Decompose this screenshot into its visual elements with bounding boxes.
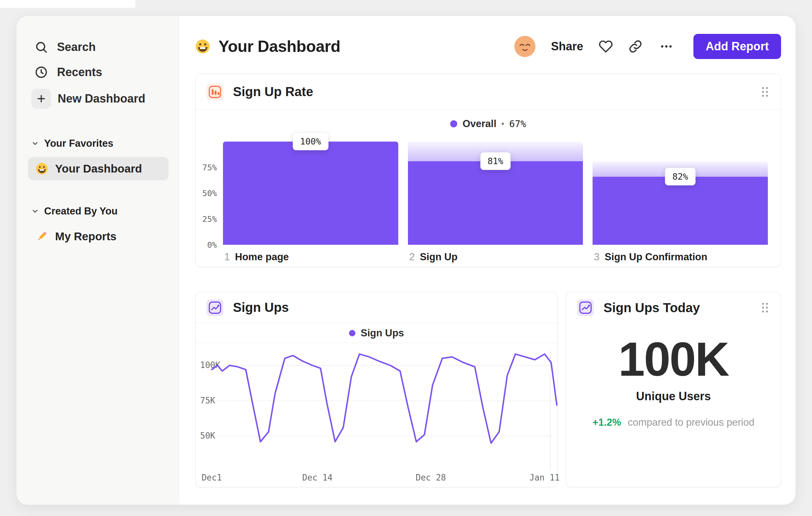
grinning-emoji-icon (36, 163, 48, 175)
share-button[interactable]: Share (551, 40, 583, 53)
bar-value-label: 81% (480, 152, 511, 170)
x-axis-label: Dec1 (202, 473, 222, 483)
sidebar: Search Recents New Dashboard Your Favori… (17, 16, 179, 505)
funnel-chart: 75% 50% 25% 0% 100% 81% (196, 138, 781, 267)
x-axis-label: Dec 14 (302, 473, 332, 483)
bar-fill (592, 177, 768, 245)
drag-handle[interactable] (760, 85, 770, 99)
y-axis-label: 50% (196, 189, 217, 198)
sign-ups-card-title: Sign Ups (233, 300, 289, 315)
chevron-down-icon (31, 207, 39, 215)
sidebar-item-my-reports[interactable]: My Reports (28, 225, 169, 248)
favorites-section-header[interactable]: Your Favorites (28, 135, 169, 152)
x-axis-label: Dec 28 (416, 473, 446, 483)
favorite-heart-button[interactable] (599, 39, 613, 54)
add-report-button[interactable]: Add Report (693, 34, 781, 59)
y-axis-label: 25% (196, 214, 217, 224)
metric-value: 100K (566, 335, 781, 383)
legend-dot (450, 120, 457, 127)
legend-dot (349, 330, 355, 336)
bar-step-label: 1 Home page (223, 251, 398, 263)
line-series-plot (196, 343, 557, 487)
sign-ups-line-series (212, 354, 557, 443)
search-icon (34, 40, 48, 54)
avatar-face-icon (514, 36, 535, 57)
funnel-bar-home-page[interactable]: 100% (223, 138, 398, 245)
funnel-chart-icon (207, 84, 223, 100)
sign-ups-today-card: Sign Ups Today 100K Unique Users +1.2% c… (566, 292, 781, 487)
funnel-step-labels: 1 Home page 2 Sign Up 3 Sign Up Confirma… (223, 251, 768, 263)
sign-up-rate-card: Sign Up Rate Overall • 67% 75% 50% 25% 0… (195, 74, 781, 267)
line-chart-icon (577, 299, 594, 316)
sign-ups-today-header: Sign Ups Today (566, 292, 781, 323)
bar-step-label: 3 Sign Up Confirmation (592, 251, 768, 263)
favorite-dashboard-label: Your Dashboard (55, 162, 142, 175)
bar-value-label: 82% (665, 168, 696, 185)
funnel-legend: Overall • 67% (196, 110, 781, 138)
pencil-emoji-icon (36, 230, 48, 243)
funnel-legend-value: 67% (509, 118, 526, 129)
x-axis-label: Jan 11 (529, 473, 560, 483)
bar-fill (408, 161, 583, 245)
sign-ups-card-header: Sign Ups (196, 292, 557, 323)
created-by-you-section-header[interactable]: Created By You (28, 203, 169, 220)
drag-handle[interactable] (760, 301, 770, 315)
heart-icon (600, 41, 612, 52)
more-options-button[interactable] (658, 39, 675, 54)
sign-ups-today-title: Sign Ups Today (604, 301, 700, 315)
my-reports-label: My Reports (55, 230, 117, 243)
clock-icon (34, 65, 48, 79)
sidebar-item-recents[interactable]: Recents (28, 60, 169, 85)
sign-ups-chart[interactable]: 100K 75K 50K Dec1 Dec 14 Dec 28 Jan 11 (196, 343, 557, 487)
funnel-bar-sign-up[interactable]: 81% (408, 138, 583, 245)
sidebar-search-label: Search (57, 40, 96, 54)
created-by-you-section-title: Created By You (44, 206, 118, 217)
dashboard-header: Your Dashboard Share Add Report (195, 33, 781, 59)
main-content: Your Dashboard Share Add Report Sign Up … (179, 16, 795, 505)
window-top-strip (0, 0, 135, 8)
sidebar-new-dashboard-label: New Dashboard (58, 92, 145, 105)
sidebar-item-new-dashboard[interactable]: New Dashboard (28, 85, 169, 113)
sidebar-recents-label: Recents (57, 65, 102, 79)
app-window: Search Recents New Dashboard Your Favori… (16, 16, 796, 505)
favorites-section-title: Your Favorites (44, 138, 113, 149)
metric-delta-row: +1.2% compared to previous period (566, 417, 781, 428)
sidebar-item-search[interactable]: Search (28, 34, 169, 60)
bar-fill (223, 142, 398, 245)
sign-ups-legend: Sign Ups (196, 323, 557, 343)
bar-step-label: 2 Sign Up (408, 251, 583, 263)
plus-icon (31, 89, 51, 109)
line-chart-icon (207, 299, 223, 316)
funnel-card-header: Sign Up Rate (196, 74, 781, 110)
copy-link-button[interactable] (628, 39, 642, 54)
link-icon (630, 41, 641, 52)
funnel-legend-label: Overall (462, 118, 496, 130)
ellipsis-icon (661, 46, 672, 48)
sign-ups-card: Sign Ups Sign Ups 100K 75K 50K (195, 292, 558, 487)
bar-value-label: 100% (293, 133, 328, 150)
metric-delta-note: compared to previous period (628, 417, 754, 428)
dashboard-emoji-icon (195, 39, 210, 54)
funnel-card-title: Sign Up Rate (233, 84, 313, 99)
funnel-bars-area: 100% 81% 82% (223, 138, 768, 245)
y-axis-label: 75% (196, 163, 217, 172)
user-avatar[interactable] (514, 36, 535, 57)
sidebar-item-your-dashboard[interactable]: Your Dashboard (28, 157, 169, 180)
legend-separator: • (502, 120, 504, 128)
metric-subtitle: Unique Users (566, 389, 781, 403)
y-axis-label: 0% (196, 240, 217, 250)
metric-delta: +1.2% (592, 417, 621, 428)
funnel-bar-sign-up-confirmation[interactable]: 82% (592, 138, 768, 245)
page-title: Your Dashboard (219, 37, 340, 56)
chevron-down-icon (31, 140, 39, 147)
sign-ups-legend-label: Sign Ups (360, 327, 404, 339)
